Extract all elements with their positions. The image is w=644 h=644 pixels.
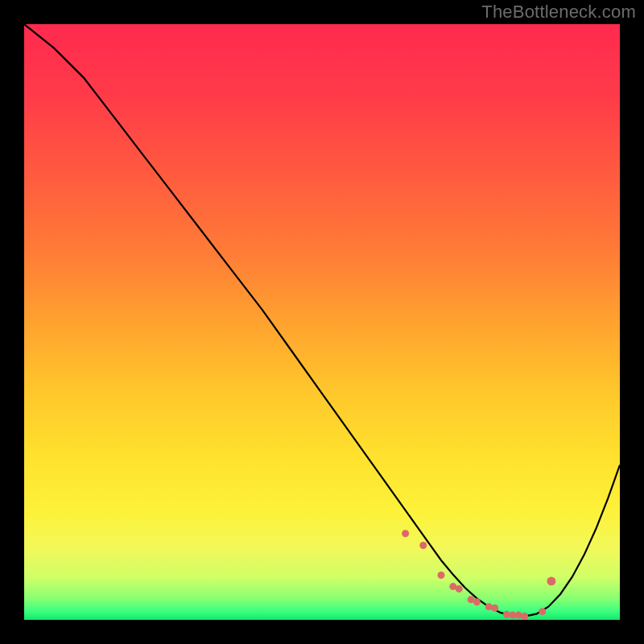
marker-point [402, 530, 409, 537]
marker-point [438, 572, 445, 579]
marker-point [491, 605, 498, 612]
marker-point [456, 585, 463, 592]
chart-frame: TheBottleneck.com [0, 0, 644, 644]
marker-point [521, 613, 528, 620]
plot-area [24, 24, 620, 620]
marker-point [419, 542, 427, 549]
gradient-background [24, 24, 620, 620]
marker-point [547, 576, 555, 585]
marker-point [539, 608, 546, 615]
chart-svg [24, 24, 620, 620]
marker-point [515, 612, 522, 619]
watermark-text: TheBottleneck.com [481, 2, 636, 23]
marker-point [485, 603, 493, 610]
marker-point [473, 598, 481, 605]
